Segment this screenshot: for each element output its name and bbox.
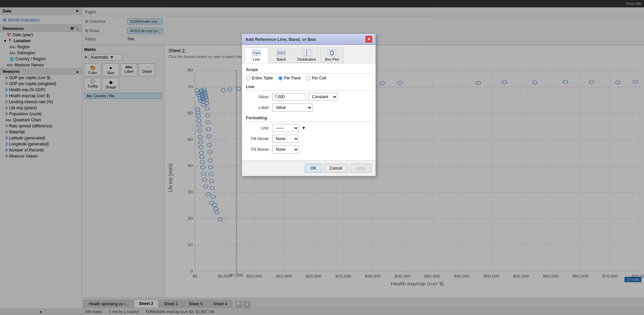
svg-rect-141 xyxy=(277,52,285,54)
scope-section: Scope Entire Table Per Pane Per Cell xyxy=(246,67,371,80)
scope-entire-table-radio[interactable] xyxy=(246,76,250,80)
line-tab-icon xyxy=(252,49,261,57)
fill-below-row: Fill Below: None Gray Light Gray Dark Gr… xyxy=(246,145,371,153)
modal-tab-boxplot[interactable]: Box Plot xyxy=(320,48,344,63)
scope-per-cell-radio[interactable] xyxy=(306,76,310,80)
line-style-select[interactable]: —— - - - ···· xyxy=(272,124,299,132)
scope-entire-table[interactable]: Entire Table xyxy=(246,76,273,80)
line-section-label: Line xyxy=(246,84,371,91)
modal-overlay: Add Reference Line, Band, or Box ✕ xyxy=(0,0,644,315)
band-tab-icon xyxy=(277,49,286,57)
value-type-select[interactable]: Constant Average Median Sum Minimum Maxi… xyxy=(308,93,338,101)
line-style-dropdown-icon: ▼ xyxy=(302,126,306,130)
modal-tab-distribution[interactable]: Distribution xyxy=(294,48,319,63)
scope-options: Entire Table Per Pane Per Cell xyxy=(246,76,371,80)
scope-per-cell-label: Per Cell xyxy=(312,76,326,80)
modal-dialog: Add Reference Line, Band, or Box ✕ xyxy=(242,34,376,176)
modal-title: Add Reference Line, Band, or Box xyxy=(245,37,316,42)
label-row: Label: Value None Custom Computation xyxy=(246,104,371,112)
formatting-label: Formatting xyxy=(246,116,371,122)
label-field-label: Label: xyxy=(246,105,269,110)
line-style-row: Line: —— - - - ···· ▼ xyxy=(246,124,371,132)
distribution-tab-icon xyxy=(302,49,311,57)
line-tab-label: Line xyxy=(253,57,260,61)
fill-above-select[interactable]: None Gray Light Gray Dark Gray xyxy=(272,135,299,143)
fill-below-label: Fill Below: xyxy=(246,147,269,152)
scope-per-cell[interactable]: Per Cell xyxy=(306,76,326,80)
modal-close-button[interactable]: ✕ xyxy=(365,36,372,43)
value-field-label: Value: xyxy=(246,94,269,99)
modal-tabs: Line Band xyxy=(242,45,376,63)
line-section: Line Value: Constant Average Median Sum … xyxy=(246,84,371,112)
scope-label: Scope xyxy=(246,67,371,74)
label-select[interactable]: Value None Custom Computation xyxy=(272,104,312,112)
ok-button[interactable]: OK xyxy=(305,164,322,173)
svg-point-139 xyxy=(258,52,259,53)
value-input[interactable] xyxy=(272,93,306,101)
boxplot-tab-icon xyxy=(327,49,337,57)
value-row: Value: Constant Average Median Sum Minim… xyxy=(246,93,371,101)
modal-titlebar: Add Reference Line, Band, or Box ✕ xyxy=(242,34,376,45)
scope-per-pane-label: Per Pane xyxy=(284,76,301,80)
fill-below-select[interactable]: None Gray Light Gray Dark Gray xyxy=(272,145,299,153)
fill-above-label: Fill Above: xyxy=(246,136,269,141)
svg-point-138 xyxy=(256,53,257,55)
modal-tab-line[interactable]: Line xyxy=(245,48,268,63)
distribution-tab-label: Distribution xyxy=(297,57,316,61)
modal-body: Scope Entire Table Per Pane Per Cell xyxy=(242,63,376,160)
modal-tab-band[interactable]: Band xyxy=(269,48,293,63)
scope-entire-table-label: Entire Table xyxy=(252,76,273,80)
cancel-button[interactable]: Cancel xyxy=(324,164,348,173)
scope-per-pane-radio[interactable] xyxy=(278,76,283,80)
scope-per-pane[interactable]: Per Pane xyxy=(278,76,301,80)
apply-button[interactable]: Apply xyxy=(350,164,371,173)
fill-above-row: Fill Above: None Gray Light Gray Dark Gr… xyxy=(246,135,371,143)
line-style-field-label: Line: xyxy=(246,126,269,130)
band-tab-label: Band xyxy=(277,57,286,61)
boxplot-tab-label: Box Plot xyxy=(325,57,339,61)
formatting-section: Formatting Line: —— - - - ···· ▼ Fill Ab… xyxy=(246,116,371,153)
svg-point-137 xyxy=(254,51,255,53)
modal-footer: OK Cancel Apply xyxy=(242,160,376,176)
